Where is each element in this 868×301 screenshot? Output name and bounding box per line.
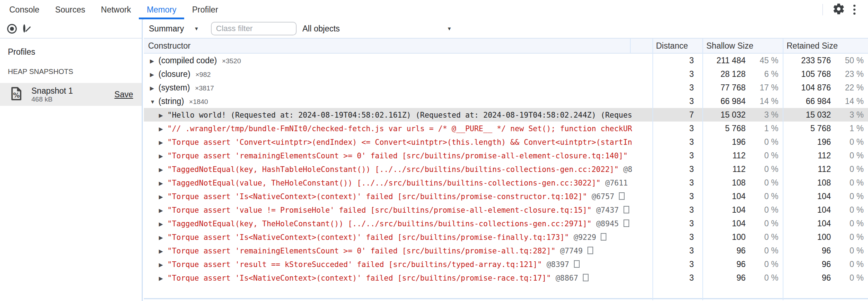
constructor-cell: ▶"Torque assert 'remainingElementsCount … [144, 246, 652, 256]
constructor-cell: ▶"Torque assert 'value != PromiseHole' f… [144, 205, 652, 215]
constructor-cell: ▶(system)×3817 [144, 83, 652, 93]
retained-size-value: 112 [818, 164, 831, 174]
retained-size-value: 5 768 [810, 124, 831, 133]
column-header-distance[interactable]: Distance [656, 39, 688, 53]
table-row[interactable]: ▼(string)×1840366 98414 %66 98414 % [144, 94, 868, 108]
shallow-size-percent: 0 % [746, 219, 778, 228]
shallow-size-value: 96 [736, 273, 746, 283]
record-heap-snapshot-button[interactable] [7, 24, 17, 34]
table-row[interactable]: ▶"// .wrangler/tmp/bundle-FmNIt0/checked… [144, 122, 868, 135]
retained-size-percent: 0 % [831, 219, 864, 228]
table-row[interactable]: ▶"Torque assert 'remainingElementsCount … [144, 149, 868, 162]
object-set-select[interactable]: All objects ▼ [302, 24, 452, 34]
class-filter-input[interactable] [211, 22, 297, 35]
object-id: @7437 [596, 206, 619, 214]
constructor-cell: ▶"Hello world! (Requested at: 2024-08-19… [144, 110, 652, 120]
column-header-retained-size[interactable]: Retained Size [787, 39, 838, 53]
snapshot-toolbar: Summary ▼ All objects ▼ [144, 19, 868, 39]
retained-size-cell: 960 % [783, 273, 868, 283]
perspective-select-value: Summary [149, 24, 184, 34]
shallow-size-value: 66 984 [721, 97, 746, 106]
constructor-cell: ▶(compiled code)×3520 [144, 56, 652, 65]
disclosure-triangle-icon[interactable]: ▶ [159, 235, 167, 241]
tab-sources[interactable]: Sources [47, 0, 93, 19]
table-row[interactable]: ▶"Torque assert 'Is<NativeContext>(conte… [144, 189, 868, 203]
shallow-size-cell: 15 0323 % [702, 110, 783, 120]
disclosure-triangle-icon[interactable]: ▶ [159, 112, 167, 119]
heap-snapshots-section-label: HEAP SNAPSHOTS [0, 68, 142, 76]
disclosure-triangle-icon[interactable]: ▶ [159, 153, 167, 159]
retained-size-cell: 1960 % [783, 137, 868, 147]
settings-button[interactable] [831, 2, 847, 18]
table-row[interactable]: ▶"Hello world! (Requested at: 2024-08-19… [144, 108, 868, 122]
disclosure-triangle-icon[interactable]: ▶ [150, 85, 158, 92]
shallow-size-cell: 960 % [702, 260, 783, 269]
table-row[interactable]: ▶"Torque assert 'value != PromiseHole' f… [144, 203, 868, 217]
disclosure-triangle-icon[interactable]: ▶ [159, 194, 167, 200]
disclosure-triangle-icon[interactable]: ▶ [159, 275, 167, 282]
table-row[interactable]: ▶"TaggedNotEqual(value, TheHoleConstant(… [144, 176, 868, 189]
tab-memory[interactable]: Memory [139, 0, 184, 19]
retained-size-cell: 105 76823 % [783, 69, 868, 79]
save-snapshot-link[interactable]: Save [115, 90, 133, 99]
more-options-button[interactable] [847, 2, 862, 18]
retained-size-value: 15 032 [806, 110, 831, 120]
shallow-size-percent: 0 % [746, 151, 778, 161]
constructor-cell: ▶"Torque assert 'Convert<uintptr>(endInd… [144, 137, 652, 147]
profiles-toolbar [0, 19, 142, 39]
chevron-down-icon: ▼ [447, 26, 452, 31]
retained-size-percent: 0 % [831, 246, 864, 256]
shallow-size-value: 5 768 [725, 124, 746, 133]
table-row[interactable]: ▶"Torque assert 'Is<NativeContext>(conte… [144, 230, 868, 244]
table-row[interactable]: ▶"Torque assert 'remainingElementsCount … [144, 244, 868, 257]
disclosure-triangle-icon[interactable]: ▶ [159, 221, 167, 227]
disclosure-triangle-icon[interactable]: ▶ [159, 139, 167, 146]
clear-profiles-button[interactable] [23, 25, 25, 32]
disclosure-triangle-icon[interactable]: ▶ [159, 126, 167, 132]
disclosure-triangle-icon[interactable]: ▶ [159, 262, 167, 268]
retained-size-percent: 0 % [831, 151, 864, 161]
retained-size-value: 105 768 [801, 69, 831, 79]
table-row[interactable]: ▶(compiled code)×35203211 48445 %233 576… [144, 54, 868, 67]
distance-cell: 3 [652, 69, 702, 79]
column-header-shallow-size[interactable]: Shallow Size [706, 39, 753, 53]
constructor-name: (system) [158, 83, 190, 92]
tabbar-actions [822, 0, 868, 19]
table-row[interactable]: ▶(closure)×982328 1286 %105 76823 % [144, 67, 868, 81]
tab-network[interactable]: Network [93, 0, 139, 19]
snapshot-list-item[interactable]: % Snapshot 1 468 kB Save [0, 83, 142, 106]
table-row[interactable]: ▶"TaggedNotEqual(key, TheHoleConstant())… [144, 217, 868, 230]
disclosure-triangle-icon[interactable]: ▶ [159, 180, 167, 187]
snapshot-info: Snapshot 1 468 kB [31, 86, 73, 103]
perspective-select[interactable]: Summary ▼ [149, 24, 199, 34]
disclosure-triangle-icon[interactable]: ▶ [150, 58, 158, 64]
table-row[interactable]: ▶"TaggedNotEqual(key, HashTableHoleConst… [144, 162, 868, 176]
column-header-constructor[interactable]: Constructor [148, 39, 191, 53]
retained-size-cell: 1040 % [783, 192, 868, 201]
shallow-size-value: 104 [732, 219, 746, 228]
retained-size-percent: 0 % [831, 178, 864, 188]
table-row[interactable]: ▶(system)×3817377 76817 %104 87622 % [144, 81, 868, 94]
table-row[interactable]: ▶"Torque assert 'Is<NativeContext>(conte… [144, 271, 868, 285]
tab-console[interactable]: Console [1, 0, 47, 19]
retained-size-percent: 0 % [831, 164, 864, 174]
shallow-size-percent: 45 % [746, 56, 778, 65]
disclosure-triangle-icon[interactable]: ▶ [150, 71, 158, 78]
table-row[interactable]: ▶"Torque assert 'result == kStoreSuccede… [144, 257, 868, 271]
retained-size-value: 112 [818, 151, 831, 161]
disclosure-triangle-icon[interactable]: ▶ [159, 207, 167, 214]
disclosure-triangle-icon[interactable]: ▼ [150, 99, 158, 105]
shallow-size-value: 96 [736, 246, 746, 256]
disclosure-triangle-icon[interactable]: ▶ [159, 248, 167, 255]
retained-size-cell: 960 % [783, 246, 868, 256]
table-row[interactable]: ▶"Torque assert 'Convert<uintptr>(endInd… [144, 135, 868, 149]
shallow-size-cell: 66 98414 % [702, 97, 783, 106]
shallow-size-value: 100 [732, 232, 746, 242]
distance-cell: 3 [652, 124, 702, 133]
distance-cell: 3 [652, 151, 702, 161]
object-glyph-icon [601, 233, 606, 241]
tab-profiler[interactable]: Profiler [184, 0, 226, 19]
disclosure-triangle-icon[interactable]: ▶ [159, 167, 167, 173]
constructor-cell: ▼(string)×1840 [144, 97, 652, 106]
retained-size-value: 196 [817, 137, 831, 147]
